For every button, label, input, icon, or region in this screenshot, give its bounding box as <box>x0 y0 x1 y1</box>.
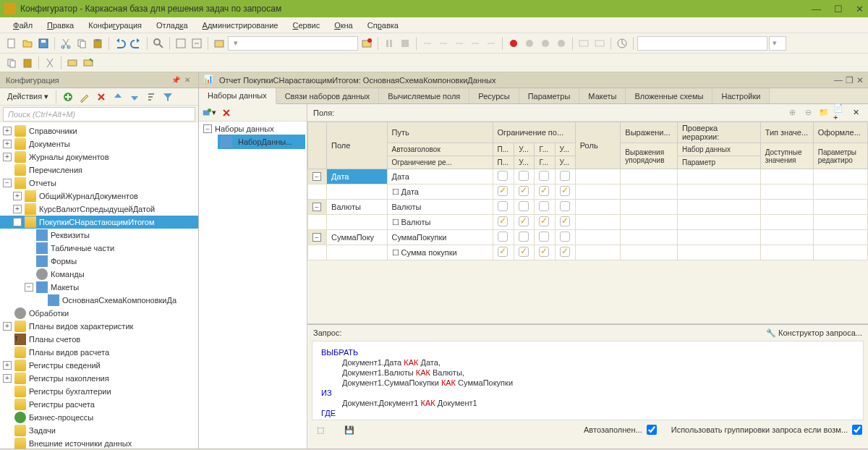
field-row-2[interactable]: − СуммаПокуСуммаПокупки <box>308 230 868 245</box>
tree-docs[interactable]: +Документы <box>0 137 198 150</box>
tree-proc[interactable]: Обработки <box>0 307 198 320</box>
panel-pin-icon[interactable]: 📌 <box>171 75 181 85</box>
new-icon[interactable] <box>4 36 19 51</box>
filter-icon[interactable] <box>161 90 175 104</box>
tree-calcplans[interactable]: Планы видов расчета <box>0 346 198 359</box>
field-row-1[interactable]: − ВалютыВалюты <box>308 200 868 215</box>
bp3-icon[interactable] <box>538 36 553 51</box>
tab-links[interactable]: Связи наборов данных <box>276 88 380 103</box>
bp4-icon[interactable] <box>554 36 569 51</box>
delete-icon[interactable] <box>94 90 109 104</box>
tree-templates[interactable]: −Макеты <box>0 281 198 294</box>
tree-accreg[interactable]: Регистры бухгалтерии <box>0 385 198 398</box>
col-restrict[interactable]: Ограничение по... <box>493 122 575 143</box>
up-icon[interactable] <box>111 90 125 104</box>
menu-file[interactable]: Файл <box>7 20 38 31</box>
tree-rep2[interactable]: +КурсВалютСпредыдущейДатой <box>0 203 198 216</box>
tb2-cut2-icon[interactable] <box>43 56 57 70</box>
field-row-0[interactable]: − ДатаДата <box>308 169 868 184</box>
tree-scheme[interactable]: ОсновнаяСхемаКомпоновкиДа <box>0 294 198 307</box>
pause-icon[interactable] <box>382 36 396 51</box>
tree-rep1[interactable]: +ОбщийЖурналДокументов <box>0 190 198 203</box>
menu-config[interactable]: Конфигурация <box>82 20 148 31</box>
col-expr[interactable]: Выражени... <box>621 122 678 143</box>
tab-tmpl[interactable]: Макеты <box>579 88 626 103</box>
query-save-icon[interactable]: 💾 <box>342 423 357 437</box>
step1-icon[interactable] <box>420 36 435 51</box>
ds-delete-icon[interactable] <box>219 106 234 120</box>
ds-root[interactable]: −Наборы данных <box>200 123 305 135</box>
toggle1-icon[interactable] <box>174 36 188 51</box>
menu-windows[interactable]: Окна <box>328 20 359 31</box>
tree-tasks[interactable]: Задачи <box>0 424 198 437</box>
usegroups-checkbox[interactable]: Использовать группировки запроса если во… <box>671 425 862 435</box>
tree-ext[interactable]: Внешние источники данных <box>0 437 198 449</box>
tab-res[interactable]: Ресурсы <box>469 88 519 103</box>
tree-forms[interactable]: Формы <box>0 255 198 268</box>
undo-icon[interactable] <box>113 36 127 51</box>
ds-item-1[interactable]: НаборДанны... <box>218 135 305 149</box>
f-x-icon[interactable]: ✕ <box>849 106 862 119</box>
f-add-icon[interactable]: ⊕ <box>786 106 799 119</box>
autofill-checkbox[interactable]: Автозаполнен... <box>584 425 657 435</box>
perf-icon[interactable] <box>615 36 629 51</box>
tree-refs[interactable]: +Справочники <box>0 124 198 137</box>
step2-icon[interactable] <box>436 36 451 51</box>
tree-bp[interactable]: Бизнес-процессы <box>0 411 198 424</box>
redo-icon[interactable] <box>129 36 143 51</box>
col-type[interactable]: Тип значе... <box>760 122 813 143</box>
edit-icon[interactable] <box>77 90 92 104</box>
cut-icon[interactable] <box>59 36 73 51</box>
search-dropdown[interactable] <box>637 36 767 51</box>
tree-calcreg[interactable]: Регистры расчета <box>0 398 198 411</box>
tb2-ext-icon[interactable] <box>65 56 80 70</box>
tree-enums[interactable]: Перечисления <box>0 164 198 177</box>
run-icon[interactable] <box>212 36 226 51</box>
actions-label[interactable]: Действия ▾ <box>4 92 51 101</box>
step5-icon[interactable] <box>484 36 498 51</box>
tree-rep3[interactable]: −ПокупкиСНарастающимИтогом <box>0 216 198 229</box>
doc-close-icon[interactable]: ✕ <box>856 75 864 85</box>
maximize-button[interactable]: ☐ <box>834 4 843 14</box>
query-text[interactable]: ВЫБРАТЬ Документ1.Дата КАК Дата, Докумен… <box>312 341 864 420</box>
menu-admin[interactable]: Администрирование <box>197 20 284 31</box>
bp2-icon[interactable] <box>522 36 537 51</box>
tab-params[interactable]: Параметры <box>519 88 580 103</box>
debug1-icon[interactable] <box>359 36 374 51</box>
tree-reports[interactable]: −Отчеты <box>0 177 198 190</box>
f-del-icon[interactable]: ⊖ <box>801 106 814 119</box>
tb2-copy-icon[interactable] <box>4 56 19 70</box>
menu-edit[interactable]: Правка <box>41 20 80 31</box>
stop-icon[interactable] <box>398 36 412 51</box>
tree-req[interactable]: Реквизиты <box>0 229 198 242</box>
tree-charchar[interactable]: +Планы видов характеристик <box>0 320 198 333</box>
doc-restore-icon[interactable]: ❐ <box>846 75 854 85</box>
query-expand-icon[interactable]: ⬚ <box>313 423 328 437</box>
add-icon[interactable] <box>61 90 75 104</box>
watch2-icon[interactable] <box>592 36 607 51</box>
tree-commands[interactable]: Команды <box>0 268 198 281</box>
step4-icon[interactable] <box>468 36 482 51</box>
config-search-input[interactable]: Поиск (Ctrl+Alt+M) <box>3 107 195 122</box>
query-constructor-button[interactable]: 🔧 Конструктор запроса... <box>766 328 862 338</box>
down-icon[interactable] <box>127 90 142 104</box>
doc-min-icon[interactable]: — <box>834 75 843 85</box>
ds-add-icon[interactable]: ▾ <box>202 106 216 120</box>
field-row-1-sub[interactable]: ☐ Валюты <box>308 215 868 230</box>
f-folder-icon[interactable]: 📁 <box>817 106 830 119</box>
tree-inforeg[interactable]: +Регистры сведений <box>0 359 198 372</box>
search-dropdown-btn[interactable]: ▾ <box>769 36 786 51</box>
field-row-2-sub[interactable]: ☐ Сумма покупки <box>308 245 868 260</box>
close-button[interactable]: ✕ <box>856 4 864 14</box>
sort-icon[interactable] <box>144 90 158 104</box>
tb2-ext2-icon[interactable] <box>81 56 95 70</box>
tab-datasets[interactable]: Наборы данных <box>199 88 276 104</box>
col-field[interactable]: Поле <box>327 122 387 169</box>
tree-accumreg[interactable]: +Регистры накопления <box>0 372 198 385</box>
paste-icon[interactable] <box>90 36 105 51</box>
panel-close-icon[interactable]: ✕ <box>182 75 192 85</box>
bp1-icon[interactable] <box>506 36 521 51</box>
toggle2-icon[interactable] <box>190 36 204 51</box>
watch1-icon[interactable] <box>576 36 591 51</box>
step3-icon[interactable] <box>452 36 467 51</box>
